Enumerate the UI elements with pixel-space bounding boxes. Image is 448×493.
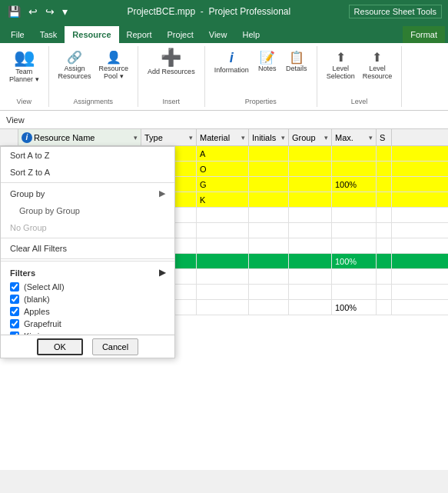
- column-header-s[interactable]: S: [377, 129, 392, 145]
- cell-initials[interactable]: [249, 177, 289, 192]
- initials-filter-icon[interactable]: ▾: [281, 134, 285, 142]
- checkbox-grapefruit[interactable]: Grapefruit: [7, 318, 168, 330]
- level-resource-button[interactable]: ⬆ LevelResource: [360, 48, 396, 82]
- cell-group[interactable]: [289, 208, 332, 222]
- checkbox-grapefruit-input[interactable]: [10, 319, 19, 328]
- cell-group[interactable]: [289, 285, 332, 299]
- checkbox-select-all[interactable]: (Select All): [7, 281, 168, 293]
- cancel-button[interactable]: Cancel: [92, 338, 138, 355]
- level-group-label: Level: [351, 96, 368, 105]
- level-selection-button[interactable]: ⬆ LevelSelection: [324, 48, 358, 82]
- cell-max[interactable]: [332, 223, 377, 238]
- checkbox-blank-input[interactable]: [10, 295, 19, 304]
- cell-initials[interactable]: [249, 162, 289, 176]
- tab-project[interactable]: Project: [160, 26, 201, 43]
- cell-group[interactable]: [289, 192, 332, 207]
- tab-task[interactable]: Task: [32, 26, 65, 43]
- cell-initials[interactable]: [249, 192, 289, 207]
- cell-max[interactable]: [332, 146, 377, 161]
- cell-material[interactable]: [197, 300, 249, 315]
- checkbox-grapefruit-label: Grapefruit: [24, 319, 61, 328]
- tab-view[interactable]: View: [201, 26, 235, 43]
- cell-material[interactable]: O: [197, 162, 249, 176]
- cell-group[interactable]: [289, 300, 332, 315]
- column-header-initials[interactable]: Initials ▾: [249, 129, 289, 145]
- cell-material[interactable]: [197, 254, 249, 268]
- cell-group[interactable]: [289, 269, 332, 284]
- cell-group[interactable]: [289, 223, 332, 238]
- material-filter-icon[interactable]: ▾: [241, 134, 245, 142]
- cell-material[interactable]: A: [197, 146, 249, 161]
- cell-material[interactable]: [197, 223, 249, 238]
- cell-material[interactable]: [197, 208, 249, 222]
- column-header-type[interactable]: Type ▾: [141, 129, 197, 145]
- cell-initials[interactable]: [249, 269, 289, 284]
- checkbox-apples-input[interactable]: [10, 307, 19, 316]
- cell-material[interactable]: [197, 269, 249, 284]
- group-by-item[interactable]: Group by ▶: [1, 185, 174, 202]
- cell-max[interactable]: [332, 269, 377, 284]
- group-filter-icon[interactable]: ▾: [324, 134, 328, 142]
- cell-material[interactable]: [197, 285, 249, 299]
- cell-initials[interactable]: [249, 254, 289, 268]
- group-by-group-item[interactable]: Group by Group: [1, 202, 174, 219]
- cell-max[interactable]: [332, 285, 377, 299]
- cell-group[interactable]: [289, 254, 332, 268]
- cell-max[interactable]: [332, 208, 377, 222]
- checkbox-select-all-input[interactable]: [10, 282, 19, 291]
- cell-initials[interactable]: [249, 285, 289, 299]
- cell-material[interactable]: G: [197, 177, 249, 192]
- tab-help[interactable]: Help: [234, 26, 267, 43]
- resource-pool-button[interactable]: 👤 ResourcePool ▾: [96, 48, 132, 82]
- cell-group[interactable]: [289, 177, 332, 192]
- undo-icon[interactable]: ↩: [27, 5, 39, 18]
- checkbox-apples[interactable]: Apples: [7, 305, 168, 318]
- tab-file[interactable]: File: [3, 26, 32, 43]
- cell-initials[interactable]: [249, 146, 289, 161]
- cell-initials[interactable]: [249, 300, 289, 315]
- tab-format[interactable]: Format: [403, 26, 445, 43]
- team-planner-button[interactable]: 👥 TeamPlanner ▾: [6, 48, 42, 85]
- column-header-group[interactable]: Group ▾: [289, 129, 332, 145]
- checkbox-blank[interactable]: (blank): [7, 293, 168, 305]
- cell-s: [377, 254, 392, 268]
- cell-initials[interactable]: [249, 223, 289, 238]
- cell-max[interactable]: 100%: [332, 300, 377, 315]
- cell-s: [377, 238, 392, 253]
- filter-dropdown-icon[interactable]: ▾: [134, 134, 138, 142]
- ok-button[interactable]: OK: [37, 338, 83, 355]
- row-num-header: [0, 129, 18, 145]
- max-filter-icon[interactable]: ▾: [369, 134, 373, 142]
- cell-group[interactable]: [289, 238, 332, 253]
- cell-initials[interactable]: [249, 238, 289, 253]
- type-filter-icon[interactable]: ▾: [189, 134, 193, 142]
- cell-max[interactable]: [332, 162, 377, 176]
- clear-all-filters-item[interactable]: Clear All Filters: [1, 240, 174, 257]
- quick-access-dropdown[interactable]: ▾: [61, 5, 69, 18]
- details-button[interactable]: 📋 Details: [283, 48, 310, 75]
- cell-initials[interactable]: [249, 208, 289, 222]
- cell-material[interactable]: [197, 238, 249, 253]
- tab-resource[interactable]: Resource: [65, 26, 118, 43]
- cell-max[interactable]: 100%: [332, 177, 377, 192]
- cell-max[interactable]: [332, 192, 377, 207]
- no-group-item[interactable]: No Group: [1, 219, 174, 236]
- cell-max[interactable]: [332, 238, 377, 253]
- tab-report[interactable]: Report: [119, 26, 160, 43]
- column-header-max[interactable]: Max. ▾: [332, 129, 377, 145]
- level-selection-label: LevelSelection: [327, 65, 355, 80]
- add-resources-button[interactable]: ➕ Add Resources: [144, 48, 198, 77]
- redo-icon[interactable]: ↪: [44, 5, 56, 18]
- column-header-material[interactable]: Material ▾: [197, 129, 249, 145]
- information-button[interactable]: i Information: [211, 48, 252, 76]
- notes-button[interactable]: 📝 Notes: [254, 48, 281, 75]
- column-header-resource-name[interactable]: i Resource Name ▾: [18, 129, 141, 145]
- cell-group[interactable]: [289, 162, 332, 176]
- cell-max[interactable]: 100%: [332, 254, 377, 268]
- cell-material[interactable]: K: [197, 192, 249, 207]
- sort-z-to-a-item[interactable]: Sort Z to A: [1, 164, 174, 181]
- assign-resources-button[interactable]: 🔗 AssignResources: [55, 48, 95, 82]
- sort-a-to-z-item[interactable]: Sort A to Z: [1, 147, 174, 164]
- save-icon[interactable]: 💾: [6, 5, 22, 18]
- cell-group[interactable]: [289, 146, 332, 161]
